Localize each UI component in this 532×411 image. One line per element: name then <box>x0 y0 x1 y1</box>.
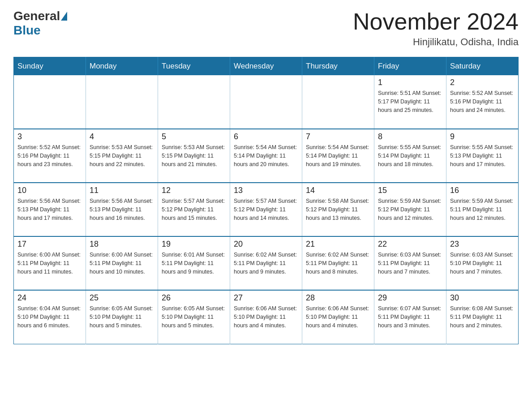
day-info: Sunrise: 6:07 AM Sunset: 5:11 PM Dayligh… <box>378 304 442 330</box>
title-section: November 2024 Hinjilikatu, Odisha, India <box>353 9 519 48</box>
calendar-cell: 9Sunrise: 5:55 AM Sunset: 5:13 PM Daylig… <box>446 129 519 183</box>
calendar-cell: 7Sunrise: 5:54 AM Sunset: 5:14 PM Daylig… <box>302 129 374 183</box>
day-number: 30 <box>450 293 515 303</box>
day-number: 21 <box>306 240 370 249</box>
day-info: Sunrise: 5:54 AM Sunset: 5:14 PM Dayligh… <box>234 143 298 168</box>
location-text: Hinjilikatu, Odisha, India <box>353 36 519 48</box>
calendar-cell: 6Sunrise: 5:54 AM Sunset: 5:14 PM Daylig… <box>230 129 302 183</box>
day-number: 23 <box>450 240 515 249</box>
day-number: 27 <box>234 293 298 303</box>
day-info: Sunrise: 6:04 AM Sunset: 5:10 PM Dayligh… <box>17 304 82 330</box>
calendar-cell: 5Sunrise: 5:53 AM Sunset: 5:15 PM Daylig… <box>158 129 230 183</box>
day-number: 17 <box>17 240 82 249</box>
day-number: 11 <box>90 186 154 195</box>
day-info: Sunrise: 5:59 AM Sunset: 5:11 PM Dayligh… <box>450 197 515 222</box>
calendar-cell: 14Sunrise: 5:58 AM Sunset: 5:12 PM Dayli… <box>302 183 374 236</box>
day-info: Sunrise: 5:57 AM Sunset: 5:12 PM Dayligh… <box>234 197 298 222</box>
calendar-cell: 8Sunrise: 5:55 AM Sunset: 5:14 PM Daylig… <box>374 129 446 183</box>
calendar-cell: 30Sunrise: 6:08 AM Sunset: 5:11 PM Dayli… <box>446 290 519 344</box>
day-info: Sunrise: 6:03 AM Sunset: 5:11 PM Dayligh… <box>378 251 442 276</box>
day-number: 3 <box>17 132 82 141</box>
calendar-week-3: 10Sunrise: 5:56 AM Sunset: 5:13 PM Dayli… <box>14 183 519 236</box>
day-number: 20 <box>234 240 298 249</box>
day-info: Sunrise: 5:53 AM Sunset: 5:15 PM Dayligh… <box>162 143 226 168</box>
day-number: 19 <box>162 240 226 249</box>
day-number: 9 <box>450 132 515 141</box>
calendar-cell: 16Sunrise: 5:59 AM Sunset: 5:11 PM Dayli… <box>446 183 519 236</box>
calendar-cell: 10Sunrise: 5:56 AM Sunset: 5:13 PM Dayli… <box>14 183 86 236</box>
calendar-cell: 27Sunrise: 6:06 AM Sunset: 5:10 PM Dayli… <box>230 290 302 344</box>
calendar-cell: 24Sunrise: 6:04 AM Sunset: 5:10 PM Dayli… <box>14 290 86 344</box>
day-number: 12 <box>162 186 226 195</box>
logo-triangle-icon <box>61 12 67 21</box>
calendar-cell: 28Sunrise: 6:06 AM Sunset: 5:10 PM Dayli… <box>302 290 374 344</box>
day-number: 6 <box>234 132 298 141</box>
day-number: 26 <box>162 293 226 303</box>
weekday-header-tuesday: Tuesday <box>158 57 230 76</box>
day-info: Sunrise: 5:51 AM Sunset: 5:17 PM Dayligh… <box>378 89 442 114</box>
day-number: 2 <box>450 78 515 87</box>
calendar-cell <box>302 75 374 129</box>
day-number: 8 <box>378 132 442 141</box>
logo-general-text: General <box>13 9 60 23</box>
day-info: Sunrise: 5:55 AM Sunset: 5:13 PM Dayligh… <box>450 143 515 168</box>
day-info: Sunrise: 6:03 AM Sunset: 5:10 PM Dayligh… <box>450 251 515 276</box>
day-info: Sunrise: 6:05 AM Sunset: 5:10 PM Dayligh… <box>90 304 154 330</box>
day-number: 4 <box>90 132 154 141</box>
day-info: Sunrise: 6:01 AM Sunset: 5:11 PM Dayligh… <box>162 251 226 276</box>
calendar-week-1: 1Sunrise: 5:51 AM Sunset: 5:17 PM Daylig… <box>14 75 519 129</box>
page-header: General Blue November 2024 Hinjilikatu, … <box>13 9 519 48</box>
calendar-header-row: SundayMondayTuesdayWednesdayThursdayFrid… <box>14 57 519 76</box>
calendar-cell <box>86 75 158 129</box>
calendar-cell: 2Sunrise: 5:52 AM Sunset: 5:16 PM Daylig… <box>446 75 519 129</box>
weekday-header-thursday: Thursday <box>302 57 374 76</box>
calendar-cell: 12Sunrise: 5:57 AM Sunset: 5:12 PM Dayli… <box>158 183 230 236</box>
day-number: 25 <box>90 293 154 303</box>
calendar-cell: 15Sunrise: 5:59 AM Sunset: 5:12 PM Dayli… <box>374 183 446 236</box>
day-number: 5 <box>162 132 226 141</box>
calendar-cell <box>14 75 86 129</box>
day-number: 1 <box>378 78 442 87</box>
calendar-cell: 23Sunrise: 6:03 AM Sunset: 5:10 PM Dayli… <box>446 236 519 290</box>
day-info: Sunrise: 5:54 AM Sunset: 5:14 PM Dayligh… <box>306 143 370 168</box>
calendar-cell: 4Sunrise: 5:53 AM Sunset: 5:15 PM Daylig… <box>86 129 158 183</box>
calendar-table: SundayMondayTuesdayWednesdayThursdayFrid… <box>13 57 519 344</box>
calendar-week-2: 3Sunrise: 5:52 AM Sunset: 5:16 PM Daylig… <box>14 129 519 183</box>
calendar-cell: 3Sunrise: 5:52 AM Sunset: 5:16 PM Daylig… <box>14 129 86 183</box>
day-number: 24 <box>17 293 82 303</box>
day-info: Sunrise: 5:58 AM Sunset: 5:12 PM Dayligh… <box>306 197 370 222</box>
day-info: Sunrise: 6:02 AM Sunset: 5:11 PM Dayligh… <box>306 251 370 276</box>
day-info: Sunrise: 6:08 AM Sunset: 5:11 PM Dayligh… <box>450 304 515 330</box>
day-info: Sunrise: 5:52 AM Sunset: 5:16 PM Dayligh… <box>17 143 82 168</box>
calendar-week-4: 17Sunrise: 6:00 AM Sunset: 5:11 PM Dayli… <box>14 236 519 290</box>
calendar-cell: 19Sunrise: 6:01 AM Sunset: 5:11 PM Dayli… <box>158 236 230 290</box>
calendar-cell: 25Sunrise: 6:05 AM Sunset: 5:10 PM Dayli… <box>86 290 158 344</box>
weekday-header-sunday: Sunday <box>14 57 86 76</box>
day-info: Sunrise: 6:00 AM Sunset: 5:11 PM Dayligh… <box>90 251 154 276</box>
day-info: Sunrise: 5:52 AM Sunset: 5:16 PM Dayligh… <box>450 89 515 114</box>
month-title: November 2024 <box>353 9 519 34</box>
day-number: 22 <box>378 240 442 249</box>
day-info: Sunrise: 6:02 AM Sunset: 5:11 PM Dayligh… <box>234 251 298 276</box>
day-info: Sunrise: 6:00 AM Sunset: 5:11 PM Dayligh… <box>17 251 82 276</box>
day-number: 16 <box>450 186 515 195</box>
day-info: Sunrise: 6:05 AM Sunset: 5:10 PM Dayligh… <box>162 304 226 330</box>
logo: General Blue <box>13 9 68 38</box>
calendar-cell: 17Sunrise: 6:00 AM Sunset: 5:11 PM Dayli… <box>14 236 86 290</box>
day-info: Sunrise: 5:55 AM Sunset: 5:14 PM Dayligh… <box>378 143 442 168</box>
calendar-cell: 13Sunrise: 5:57 AM Sunset: 5:12 PM Dayli… <box>230 183 302 236</box>
day-number: 10 <box>17 186 82 195</box>
calendar-cell: 20Sunrise: 6:02 AM Sunset: 5:11 PM Dayli… <box>230 236 302 290</box>
weekday-header-saturday: Saturday <box>446 57 519 76</box>
calendar-cell <box>230 75 302 129</box>
day-number: 14 <box>306 186 370 195</box>
day-info: Sunrise: 5:56 AM Sunset: 5:13 PM Dayligh… <box>17 197 82 222</box>
logo-blue-text: Blue <box>13 23 41 38</box>
day-info: Sunrise: 5:56 AM Sunset: 5:13 PM Dayligh… <box>90 197 154 222</box>
day-info: Sunrise: 5:59 AM Sunset: 5:12 PM Dayligh… <box>378 197 442 222</box>
day-info: Sunrise: 6:06 AM Sunset: 5:10 PM Dayligh… <box>234 304 298 330</box>
day-number: 29 <box>378 293 442 303</box>
weekday-header-wednesday: Wednesday <box>230 57 302 76</box>
day-info: Sunrise: 5:57 AM Sunset: 5:12 PM Dayligh… <box>162 197 226 222</box>
calendar-cell: 1Sunrise: 5:51 AM Sunset: 5:17 PM Daylig… <box>374 75 446 129</box>
